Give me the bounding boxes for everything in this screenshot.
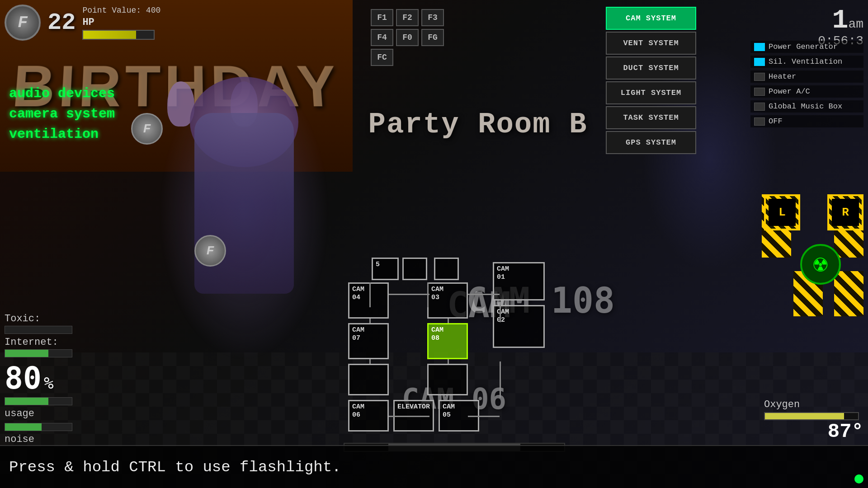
toxic-bar [5, 326, 72, 334]
animatronic-body [194, 113, 294, 294]
toxic-label: Toxic: [5, 313, 72, 324]
action-btn-left[interactable]: L [764, 194, 800, 230]
hp-bar [82, 30, 155, 40]
status-indicator-ac [754, 88, 765, 96]
warn-panel-bottom-left [834, 271, 863, 316]
internet-fill [5, 350, 48, 357]
status-power-generator: Power Generator [750, 41, 863, 53]
percent-sign: % [44, 374, 54, 392]
bottom-message: Press & hold CTRL to use flashlight. [9, 459, 341, 476]
fkey-f0[interactable]: F0 [396, 29, 419, 46]
action-btn-left-inner: L [769, 199, 796, 226]
action-buttons: L R [764, 194, 863, 230]
point-value-label: Point Value: 400 [82, 6, 160, 15]
status-label-music: Global Music Box [769, 102, 842, 111]
time-ampm: am [848, 17, 863, 31]
noise-bar [5, 423, 72, 431]
faztoken-mid-left: F [131, 113, 163, 145]
cam-system-button[interactable]: CAM SYSTEM [606, 7, 696, 30]
internet-bar [5, 349, 72, 357]
cam-05-label: CAM05 [443, 403, 455, 419]
cam-node-upper2[interactable] [434, 258, 459, 280]
noise-fill [5, 423, 42, 431]
status-sil-vent: Sil. Ventilation [750, 56, 863, 68]
task-system-button[interactable]: TASK SYSTEM [606, 106, 696, 129]
internet-label: Internet: [5, 337, 72, 348]
status-label-heater: Heater [769, 72, 796, 81]
status-indicator-heater [754, 73, 765, 81]
usage-bar [5, 397, 72, 405]
oxygen-label: Oxygen [764, 399, 863, 410]
biohazard-icon[interactable]: ☢ [800, 244, 841, 285]
cam-03-label: CAM03 [431, 286, 443, 302]
cam-06-label: CAM06 [352, 403, 364, 419]
cam-node-01[interactable]: CAM01 [493, 262, 545, 300]
percent-value: 80 [5, 360, 42, 396]
fkey-f3[interactable]: F3 [421, 9, 444, 26]
room-label: Party Room B [368, 108, 588, 141]
cam-01-label: CAM01 [497, 265, 509, 282]
status-heater: Heater [750, 70, 863, 83]
overlay-audio: audio devices [9, 84, 115, 104]
status-label-ac: Power A/C [769, 87, 810, 96]
duct-system-button[interactable]: DUCT SYSTEM [606, 56, 696, 80]
cam-5-top-label: 5 [376, 261, 380, 269]
cam-node-07[interactable]: CAM07 [348, 323, 389, 359]
time-hour: 1 [832, 5, 848, 36]
status-off: OFF [750, 115, 863, 127]
gps-system-button[interactable]: GPS SYSTEM [606, 131, 696, 154]
cam-elevator-label: ELEVATOR [397, 403, 430, 411]
oxygen-fill [765, 413, 844, 419]
cam-node-04[interactable]: CAM04 [348, 282, 389, 319]
action-btn-right-inner: R [832, 199, 859, 226]
cam-08-label: CAM08 [431, 326, 443, 343]
fkey-f1[interactable]: F1 [371, 9, 393, 26]
cam-node-06[interactable]: CAM06 [348, 400, 389, 432]
usage-fill [5, 398, 48, 405]
left-overlay: audio devices camera system ventilation [9, 84, 115, 145]
cam-02-label: CAM02 [497, 308, 509, 324]
status-music-box: Global Music Box [750, 100, 863, 113]
faztoken-icon: F [5, 5, 41, 41]
green-status-dot [854, 474, 863, 483]
fkey-f2[interactable]: F2 [396, 9, 419, 26]
status-sidebar: Power Generator Sil. Ventilation Heater … [750, 41, 863, 127]
token-count: 22 [47, 9, 75, 36]
light-system-button[interactable]: LIGHT SYSTEM [606, 81, 696, 104]
function-keys: F1 F2 F3 F4 F0 FG FC [371, 9, 452, 66]
cam-04-label: CAM04 [352, 286, 364, 302]
cam-node-upper1[interactable] [402, 258, 427, 280]
overlay-vent: ventilation [9, 124, 115, 145]
overlay-camera: camera system [9, 104, 115, 124]
cam-node-mid-center[interactable] [427, 364, 468, 395]
fkey-f4[interactable]: F4 [371, 29, 393, 46]
system-panel: CAM SYSTEM VENT SYSTEM DUCT SYSTEM LIGHT… [606, 7, 696, 154]
fkey-fg[interactable]: FG [421, 29, 444, 46]
status-label-power: Power Generator [769, 42, 838, 51]
cam-node-5-top[interactable]: 5 [372, 258, 399, 280]
usage-label: usage [5, 408, 72, 419]
left-stats-area: Toxic: Internet: 80 % usage noise [5, 313, 72, 445]
status-indicator-off [754, 117, 765, 126]
oxygen-section: Oxygen 87° [764, 399, 863, 443]
status-label-vent: Sil. Ventilation [769, 57, 842, 66]
oxygen-bar [764, 412, 859, 420]
cam-node-mid-left[interactable] [348, 364, 389, 395]
cam-node-08[interactable]: CAM08 [427, 323, 468, 359]
cam-07-label: CAM07 [352, 326, 364, 343]
fkey-fc[interactable]: FC [371, 49, 393, 66]
cam-node-03[interactable]: CAM03 [427, 282, 468, 319]
hp-label: HP [82, 17, 160, 28]
status-indicator-music [754, 103, 765, 111]
animatronic-character [158, 68, 330, 361]
faztoken-mid-right: F [194, 235, 226, 267]
vent-system-button[interactable]: VENT SYSTEM [606, 32, 696, 55]
bottom-bar: Press & hold CTRL to use flashlight. [0, 445, 868, 488]
hp-fill [83, 31, 136, 39]
noise-label: noise [5, 434, 72, 445]
status-indicator-power [754, 43, 765, 51]
action-btn-right[interactable]: R [827, 194, 863, 230]
status-power-ac: Power A/C [750, 85, 863, 98]
status-indicator-vent [754, 58, 765, 66]
status-label-off: OFF [769, 117, 783, 126]
